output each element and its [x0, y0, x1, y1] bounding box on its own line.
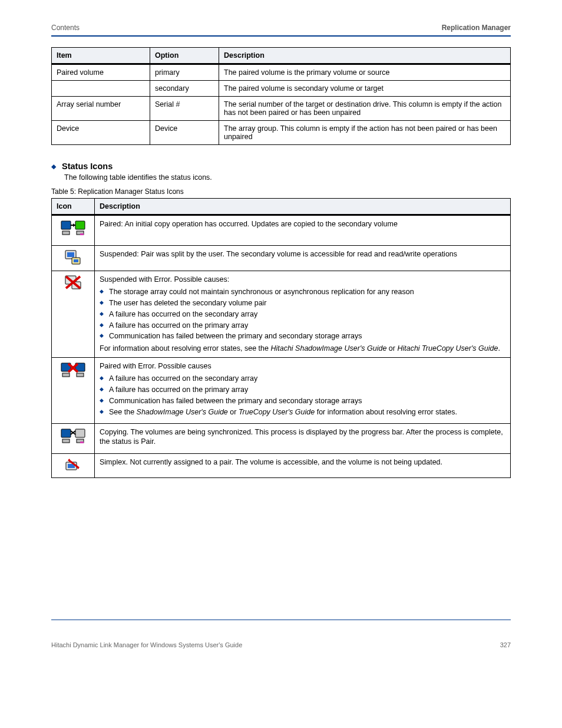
cell-desc: Suspended: Pair was split by the user. T… — [95, 246, 511, 271]
svg-rect-9 — [74, 259, 78, 262]
col-desc: Description — [219, 48, 511, 64]
cell-option: primary — [150, 64, 219, 81]
table-row: Copying. The volumes are being synchroni… — [52, 423, 511, 453]
cell-note: For information about resolving error st… — [100, 344, 505, 354]
susp-icon — [54, 249, 92, 267]
suspx-icon — [54, 275, 92, 292]
cell-item: Paired volume — [52, 64, 150, 81]
section-heading: ◆ Status Icons — [51, 162, 511, 171]
svg-rect-16 — [62, 373, 70, 377]
cell-desc: Paired: An initial copy operation has oc… — [95, 215, 511, 246]
status-icons-table: Icon Description Paired: An initial copy… — [51, 198, 511, 478]
svg-rect-5 — [80, 233, 84, 235]
status-icon-cell — [52, 358, 95, 423]
cell-text: Simplex. Not currently assigned to a pai… — [100, 457, 505, 467]
cell-option: Device — [150, 121, 219, 145]
section-subtitle: The following table identifies the statu… — [64, 173, 511, 182]
svg-rect-21 — [75, 429, 85, 437]
page-footer: Hitachi Dynamic Link Manager for Windows… — [51, 641, 511, 648]
list-item: Communication has failed between the pri… — [100, 396, 505, 406]
table-header-row: Item Option Description — [52, 48, 511, 64]
header-left: Contents — [51, 24, 80, 32]
footer-left: Hitachi Dynamic Link Manager for Windows… — [51, 641, 242, 648]
pex-icon — [54, 361, 92, 384]
table-row: Simplex. Not currently assigned to a pai… — [52, 453, 511, 477]
table-row: Suspended: Pair was split by the user. T… — [52, 246, 511, 271]
svg-rect-24 — [62, 439, 70, 443]
footer-rule — [51, 620, 511, 620]
cell-text: Suspended: Pair was split by the user. T… — [100, 249, 505, 259]
list-item: A failure has occurred on the secondary … — [100, 374, 505, 384]
table-row: Paired with Error. Possible causesA fail… — [52, 358, 511, 423]
table-header-row: Icon Description — [52, 199, 511, 215]
cell-desc: Suspended with Error. Possible causes:Th… — [95, 271, 511, 358]
cell-desc: The paired volume is the primary volume … — [219, 64, 511, 81]
svg-rect-7 — [67, 252, 74, 257]
list-item: The user has deleted the secondary volum… — [100, 298, 505, 308]
svg-rect-2 — [62, 231, 70, 235]
cell-desc: The serial number of the target or desti… — [219, 97, 511, 121]
list-item: The storage array could not maintain syn… — [100, 287, 505, 297]
cell-option: Serial # — [150, 97, 219, 121]
svg-marker-4 — [73, 223, 75, 227]
svg-rect-1 — [75, 221, 85, 229]
header-rule — [51, 35, 511, 37]
cell-text: Copying. The volumes are being synchroni… — [100, 427, 505, 447]
cell-desc: Copying. The volumes are being synchroni… — [95, 423, 511, 453]
cell-text: Paired with Error. Possible causes — [100, 361, 505, 371]
svg-rect-0 — [61, 221, 71, 229]
list-item: A failure has occurred on the primary ar… — [100, 321, 505, 331]
status-icon-cell — [52, 215, 95, 246]
list-item: Communication has failed between the pri… — [100, 331, 505, 341]
simp-icon — [54, 457, 92, 474]
table-row: Array serial numberSerial #The serial nu… — [52, 97, 511, 121]
pair-icon — [54, 219, 92, 242]
diamond-icon: ◆ — [51, 163, 56, 170]
cell-desc: The array group. This column is empty if… — [219, 121, 511, 145]
svg-rect-20 — [61, 429, 71, 437]
status-icon-cell — [52, 246, 95, 271]
cell-item: Array serial number — [52, 97, 150, 121]
list-item: See the ShadowImage User's Guide or True… — [100, 407, 505, 417]
cell-text: Suspended with Error. Possible causes: — [100, 275, 505, 285]
col-option: Option — [150, 48, 219, 64]
cell-option: secondary — [150, 81, 219, 97]
col-item: Item — [52, 48, 150, 64]
table-row: Suspended with Error. Possible causes:Th… — [52, 271, 511, 358]
list-item: A failure has occurred on the secondary … — [100, 309, 505, 319]
status-icon-cell — [52, 271, 95, 358]
col-desc: Description — [95, 199, 511, 215]
table-row: DeviceDeviceThe array group. This column… — [52, 121, 511, 145]
table-row: Paired: An initial copy operation has oc… — [52, 215, 511, 246]
status-icon-cell — [52, 453, 95, 477]
section-title: Status Icons — [62, 162, 113, 171]
cell-desc: Paired with Error. Possible causesA fail… — [95, 358, 511, 423]
options-table: Item Option Description Paired volumepri… — [51, 47, 511, 145]
table-row: Paired volumeprimaryThe paired volume is… — [52, 64, 511, 81]
status-icon-cell — [52, 423, 95, 453]
cell-item: Device — [52, 121, 150, 145]
table-row: secondaryThe paired volume is secondary … — [52, 81, 511, 97]
cell-text: Paired: An initial copy operation has oc… — [100, 219, 505, 229]
header-right: Replication Manager — [442, 24, 511, 32]
cell-item — [52, 81, 150, 97]
copy-icon — [54, 427, 92, 450]
cell-desc: The paired volume is secondary volume or… — [219, 81, 511, 97]
page-header: Contents Replication Manager — [51, 24, 511, 32]
cell-desc: Simplex. Not currently assigned to a pai… — [95, 453, 511, 477]
svg-rect-17 — [77, 373, 84, 377]
svg-rect-26 — [80, 442, 84, 443]
footer-right: 327 — [500, 641, 511, 648]
col-icon: Icon — [52, 199, 95, 215]
list-item: A failure has occurred on the primary ar… — [100, 385, 505, 395]
table-caption: Table 5: Replication Manager Status Icon… — [51, 187, 511, 196]
